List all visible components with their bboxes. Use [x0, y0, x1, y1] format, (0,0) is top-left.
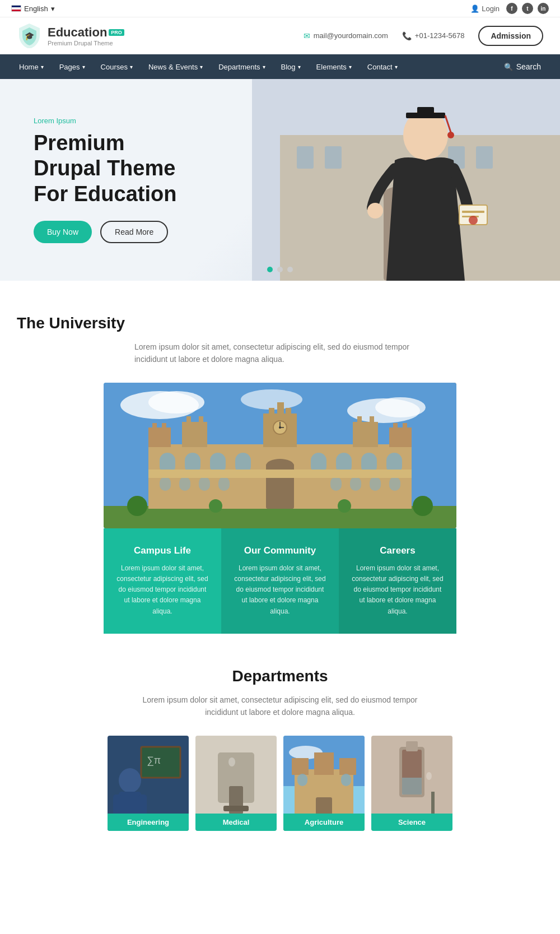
svg-rect-4: [325, 146, 342, 169]
svg-rect-7: [476, 146, 493, 169]
svg-rect-64: [393, 423, 398, 430]
login-link[interactable]: 👤 Login: [470, 4, 500, 13]
main-nav: Home ▾ Pages ▾ Courses ▾ News & Events ▾…: [0, 54, 560, 79]
svg-rect-66: [148, 470, 412, 478]
logo[interactable]: 🎓 Education PRO Premium Drupal Theme: [17, 23, 124, 48]
svg-point-74: [119, 768, 141, 793]
phone-icon: 📞: [402, 31, 412, 40]
community-card: Our Community Lorem ipsum dolor sit amet…: [221, 528, 339, 634]
language-chevron: ▾: [51, 4, 55, 13]
nav-contact[interactable]: Contact ▾: [360, 56, 405, 78]
svg-rect-54: [182, 422, 207, 447]
top-bar-right: 👤 Login f t in: [470, 3, 549, 14]
svg-point-25: [241, 389, 302, 410]
instagram-icon[interactable]: in: [538, 3, 549, 14]
svg-rect-82: [223, 806, 249, 811]
svg-point-24: [375, 397, 426, 417]
svg-rect-44: [370, 477, 381, 491]
hero-dot-2[interactable]: [277, 267, 283, 272]
svg-rect-91: [297, 774, 307, 786]
language-label: English: [24, 4, 48, 13]
chevron-down-icon: ▾: [41, 64, 44, 70]
hero-buttons: Buy Now Read More: [34, 221, 246, 243]
dept-science[interactable]: Science: [371, 736, 452, 831]
nav-news-events[interactable]: News & Events ▾: [141, 56, 211, 78]
chevron-down-icon: ▾: [82, 64, 85, 70]
buy-now-button[interactable]: Buy Now: [34, 221, 92, 243]
hero-graduate-image: [252, 79, 560, 281]
svg-rect-42: [330, 477, 342, 491]
svg-rect-98: [406, 741, 418, 751]
community-title: Our Community: [232, 545, 328, 556]
svg-point-67: [127, 496, 147, 516]
top-bar: English ▾ 👤 Login f t in: [0, 0, 560, 17]
hero-content: Lorem Ipsum Premium Drupal Theme For Edu…: [0, 94, 280, 266]
svg-rect-62: [370, 416, 374, 425]
departments-title: Departments: [17, 667, 543, 685]
careers-title: Careers: [350, 545, 445, 556]
svg-rect-89: [339, 758, 356, 775]
svg-rect-61: [357, 416, 362, 425]
search-icon: 🔍: [504, 63, 513, 71]
chevron-down-icon: ▾: [200, 64, 203, 70]
svg-rect-41: [218, 477, 230, 491]
svg-point-102: [426, 772, 432, 780]
svg-rect-92: [341, 774, 351, 786]
dept-engineering[interactable]: ∑π Engineering: [108, 736, 189, 831]
nav-pages[interactable]: Pages ▾: [52, 56, 93, 78]
svg-rect-47: [269, 408, 274, 416]
engineering-label: Engineering: [108, 814, 189, 831]
nav-search[interactable]: 🔍 Search: [496, 55, 549, 78]
svg-point-22: [148, 391, 204, 413]
admission-button[interactable]: Admission: [478, 26, 543, 46]
svg-rect-12: [417, 107, 434, 115]
site-header: 🎓 Education PRO Premium Drupal Theme ✉ m…: [0, 17, 560, 54]
university-section: The University Lorem ipsum dolor sit ame…: [0, 281, 560, 634]
svg-point-70: [338, 499, 351, 513]
dept-medical[interactable]: Medical: [195, 736, 277, 831]
svg-rect-88: [292, 758, 309, 775]
svg-rect-55: [186, 416, 191, 425]
careers-card: Careers Lorem ipsum dolor sit amet, cons…: [339, 528, 456, 634]
nav-blog[interactable]: Blog ▾: [273, 56, 309, 78]
svg-point-14: [447, 132, 454, 138]
svg-point-69: [209, 499, 222, 513]
svg-point-19: [469, 216, 478, 225]
chevron-down-icon: ▾: [263, 64, 265, 70]
svg-rect-60: [353, 422, 378, 447]
svg-rect-43: [350, 477, 361, 491]
email-contact: ✉ mail@yourdomain.com: [304, 31, 388, 40]
svg-rect-45: [389, 477, 400, 491]
chevron-down-icon: ▾: [349, 64, 352, 70]
departments-section: Departments Lorem ipsum dolor sit amet, …: [0, 634, 560, 865]
twitter-icon[interactable]: t: [522, 3, 533, 14]
svg-rect-63: [389, 427, 412, 447]
language-selector[interactable]: English ▾: [11, 4, 55, 13]
svg-text:∑π: ∑π: [147, 755, 161, 766]
campus-life-title: Campus Life: [115, 545, 210, 556]
svg-rect-90: [314, 752, 334, 775]
hero-dot-1[interactable]: [267, 267, 273, 272]
social-icons: f t in: [506, 3, 549, 14]
svg-rect-56: [199, 416, 203, 425]
agriculture-label: Agriculture: [283, 814, 365, 831]
email-icon: ✉: [304, 31, 310, 40]
nav-elements[interactable]: Elements ▾: [309, 56, 360, 78]
svg-rect-49: [277, 402, 284, 416]
read-more-button[interactable]: Read More: [100, 221, 168, 243]
medical-label: Medical: [195, 814, 277, 831]
nav-home[interactable]: Home ▾: [11, 56, 52, 78]
facebook-icon[interactable]: f: [506, 3, 517, 14]
community-desc: Lorem ipsum dolor sit amet, consectetur …: [232, 563, 328, 617]
university-title: The University: [17, 314, 543, 332]
svg-rect-40: [199, 477, 210, 491]
university-building-svg: [104, 383, 456, 528]
nav-departments[interactable]: Departments ▾: [211, 56, 273, 78]
hero-dot-3[interactable]: [287, 267, 293, 272]
dept-agriculture[interactable]: Agriculture: [283, 736, 365, 831]
svg-rect-103: [402, 778, 422, 794]
hero-section: Lorem Ipsum Premium Drupal Theme For Edu…: [0, 79, 560, 281]
nav-courses[interactable]: Courses ▾: [93, 56, 141, 78]
svg-point-83: [228, 758, 235, 766]
hero-title: Premium Drupal Theme For Education: [34, 131, 246, 207]
